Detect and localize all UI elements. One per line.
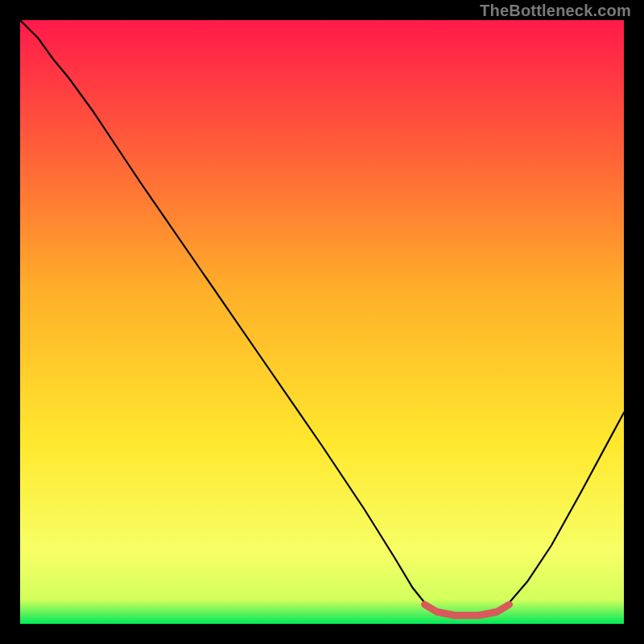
watermark-text: TheBottleneck.com	[480, 2, 631, 20]
chart-container: TheBottleneck.com	[0, 0, 644, 644]
gradient-background	[20, 20, 624, 624]
plot-area	[20, 20, 624, 624]
chart-svg	[20, 20, 624, 624]
